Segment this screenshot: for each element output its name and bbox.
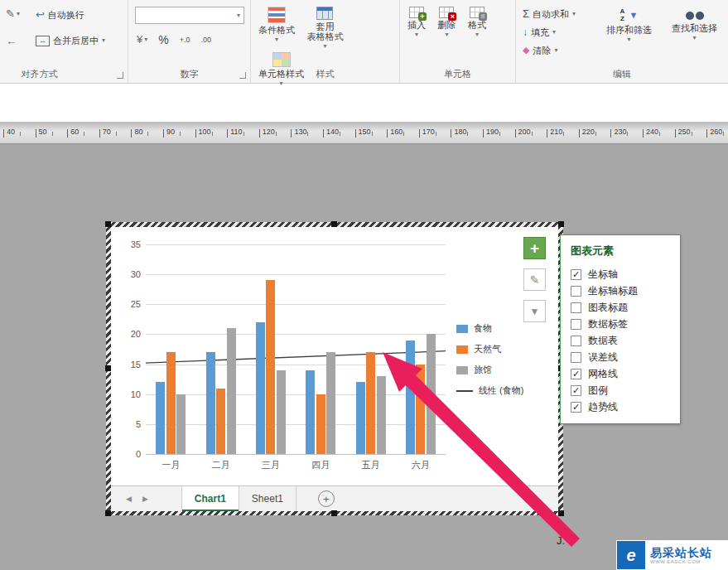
bar-series-1[interactable] [316,394,325,454]
checkbox[interactable] [571,352,581,363]
bar-series-0[interactable] [206,352,215,454]
y-axis-label: 0 [116,449,141,459]
chart-element-item[interactable]: ✓图例 [561,382,680,399]
wrap-text-button[interactable]: ↩ 自动换行 [32,6,108,24]
bar-series-1[interactable] [216,389,225,455]
tab-scroll-left-icon[interactable]: ◀ [126,495,132,503]
bar-series-1[interactable] [416,365,425,454]
chart-filters-button[interactable]: ▼ [523,300,546,322]
legend-item-trendline[interactable]: 线性 (食物) [456,380,523,401]
chart-element-label: 图表标题 [588,301,628,315]
checkbox[interactable]: ✓ [571,269,581,280]
format-as-table-label: 套用 表格格式 [306,22,343,41]
increase-decimal-icon: +.0 [180,36,190,44]
bar-series-0[interactable] [156,382,165,454]
selection-handle[interactable] [558,510,564,516]
selection-handle[interactable] [105,510,111,516]
accounting-format-button[interactable]: ¥ ▾ [134,31,150,48]
legend-item[interactable]: 天然气 [456,339,523,360]
chart-legend[interactable]: 食物天然气旅馆线性 (食物) [456,318,523,401]
bar-series-0[interactable] [306,370,315,454]
conditional-formatting-button[interactable]: 条件格式 ▾ [254,4,299,43]
merge-center-button[interactable]: ↔ 合并后居中 ▾ [32,31,108,50]
ruler-number: 170 [422,128,435,136]
fill-button[interactable]: ↓ 填充 ▾ [519,23,595,41]
chart-element-label: 数据标签 [588,317,628,331]
bar-series-2[interactable] [277,370,286,454]
legend-swatch [456,325,468,333]
chart-element-item[interactable]: ✓网格线 [561,365,680,382]
bar-series-2[interactable] [427,334,436,454]
find-select-button[interactable]: 查找和选择 ▾ [668,4,721,70]
sort-filter-button[interactable]: A Z ▼ 排序和筛选 ▾ [602,4,656,70]
trendline[interactable] [146,244,446,454]
bar-series-1[interactable] [366,352,375,454]
format-as-table-button[interactable]: 套用 表格格式 ▾ [302,4,347,50]
ruler-number: 120 [263,128,275,136]
selection-handle[interactable] [105,221,111,227]
delete-cells-button[interactable]: 删除 ▾ [433,4,460,38]
legend-item[interactable]: 食物 [456,318,523,339]
bar-series-1[interactable] [266,280,275,454]
ruler-number: 210 [550,128,562,136]
autosum-button[interactable]: Σ 自动求和 ▾ [519,5,595,22]
chart-element-item[interactable]: 图表标题 [561,299,680,316]
caret-down-icon: ▾ [275,36,278,43]
selection-handle[interactable] [558,221,564,227]
ruler-minor-tick [52,132,53,136]
selection-handle[interactable] [105,365,111,371]
tab-scroll-right-icon[interactable]: ▶ [142,495,148,503]
decrease-decimal-button[interactable]: .00 [198,31,214,48]
bar-series-0[interactable] [356,382,365,454]
plot-area[interactable]: 05101520253035一月二月三月四月五月六月 [146,244,446,455]
bar-series-0[interactable] [406,341,415,454]
ruler-minor-tick [340,132,340,136]
ruler-tick [387,129,388,138]
selection-handle[interactable] [331,510,337,516]
add-sheet-button[interactable]: + [318,490,335,507]
checkbox[interactable] [571,336,581,346]
chart-element-item[interactable]: ✓坐标轴 [561,266,680,283]
caret-down-icon: ▾ [692,35,696,41]
clear-button[interactable]: ◆ 清除 ▾ [519,41,595,59]
chart-element-item[interactable]: 数据标签 [561,316,680,332]
chart-styles-button[interactable]: ✎ [523,268,546,291]
bar-series-1[interactable] [166,352,176,454]
chart-element-item[interactable]: ✓趋势线 [561,399,680,415]
chart-canvas[interactable]: 05101520253035一月二月三月四月五月六月 食物天然气旅馆线性 (食物… [111,227,558,510]
checkbox[interactable]: ✓ [571,385,581,396]
checkbox[interactable] [571,286,581,297]
chart-elements-button[interactable]: + [523,237,546,259]
checkbox[interactable]: ✓ [571,402,581,413]
insert-cells-button[interactable]: 插入 ▾ [403,4,430,38]
chart-element-label: 趋势线 [588,400,618,414]
chart-element-item[interactable]: 坐标轴标题 [561,283,680,299]
number-format-combo[interactable]: ▾ [135,7,244,24]
bar-series-2[interactable] [377,376,386,454]
chart-object[interactable]: 05101520253035一月二月三月四月五月六月 食物天然气旅馆线性 (食物… [106,222,563,515]
orientation-button[interactable]: ✎ ▾ [3,6,22,22]
decrease-indent-button[interactable]: ← [3,33,22,50]
ruler-number: 180 [454,128,466,136]
bar-series-2[interactable] [326,352,335,454]
alignment-dialog-launcher-icon[interactable] [117,72,123,79]
application-window: ✎ ▾ ← ↩ 自动换行 ↔ 合并后居中 ▾ [0,0,728,570]
legend-item[interactable]: 旅馆 [456,360,523,380]
chart-element-item[interactable]: 数据表 [561,332,680,349]
increase-decimal-button[interactable]: +.0 [177,31,193,48]
sheet-tab-Sheet1[interactable]: Sheet1 [239,486,297,511]
checkbox[interactable]: ✓ [571,369,581,379]
ribbon-group-alignment: ✎ ▾ ← ↩ 自动换行 ↔ 合并后居中 ▾ [0,0,128,83]
percent-style-button[interactable]: % [156,31,171,48]
sheet-tab-Chart1[interactable]: Chart1 [181,486,239,511]
number-dialog-launcher-icon[interactable] [239,72,246,79]
selection-handle[interactable] [331,221,337,227]
checkbox[interactable] [571,319,581,330]
bar-series-2[interactable] [227,328,236,454]
format-cells-button[interactable]: 格式 ▾ [464,4,490,38]
bar-series-0[interactable] [256,322,265,454]
chart-element-item[interactable]: 误差线 [561,349,680,365]
bar-series-2[interactable] [176,394,186,454]
checkbox[interactable] [571,302,581,313]
ruler-tick [675,129,676,138]
